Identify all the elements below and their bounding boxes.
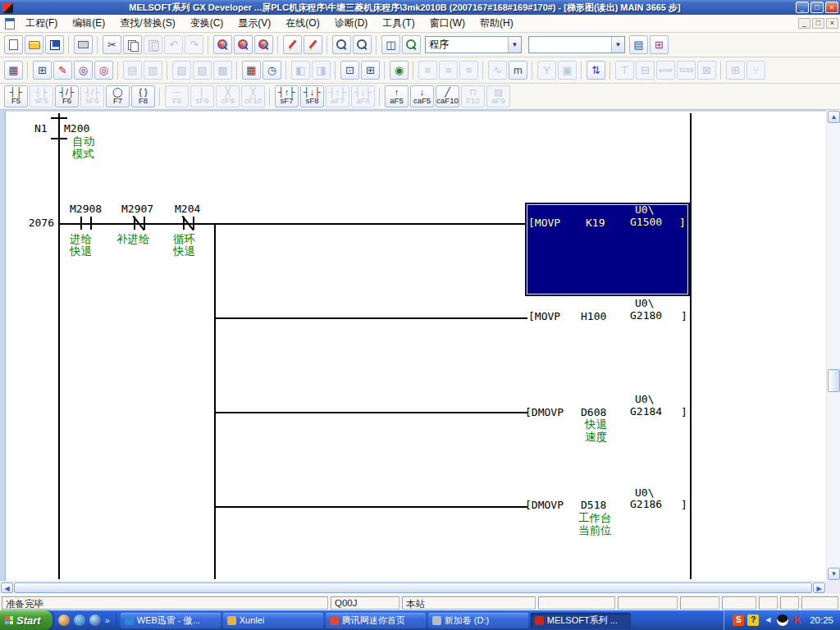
- restore-button[interactable]: □: [810, 2, 824, 13]
- inline-statement-edit-button[interactable]: ▨: [172, 61, 191, 80]
- ladder-step-1-button[interactable]: ≡: [418, 61, 437, 80]
- project-data-list-button[interactable]: ⊞: [33, 61, 52, 80]
- comment-display-button[interactable]: ▤: [123, 61, 142, 80]
- quicklaunch-icon-1[interactable]: [58, 614, 70, 626]
- mdi-restore-button[interactable]: □: [812, 18, 824, 29]
- kaspersky-tray-icon[interactable]: K: [792, 614, 803, 626]
- note-edit-button[interactable]: ▧: [193, 61, 212, 80]
- mdi-minimize-button[interactable]: _: [798, 18, 810, 29]
- parallel-open-contact-button[interactable]: ┤├sF5: [30, 85, 53, 107]
- menu-view[interactable]: 显示(V): [231, 14, 278, 33]
- project-structure-button[interactable]: ⊞: [650, 35, 669, 54]
- horizontal-line-button[interactable]: ─F9: [165, 85, 189, 107]
- chevron-down-icon[interactable]: ▼: [508, 37, 521, 52]
- monitor-m-button[interactable]: m: [509, 61, 527, 80]
- error-jump-button[interactable]: error: [656, 61, 675, 80]
- monitor-write-button[interactable]: ◧: [291, 61, 310, 80]
- quicklaunch-icon-3[interactable]: [89, 614, 101, 626]
- delete-horizontal-line-button[interactable]: ╳cF9: [216, 85, 240, 107]
- paste-button[interactable]: [144, 35, 162, 54]
- menu-project[interactable]: 工程(F): [18, 14, 65, 33]
- nest-device[interactable]: M200: [64, 122, 89, 135]
- scroll-left-arrow[interactable]: ◀: [1, 582, 13, 593]
- menu-convert[interactable]: 变换(C): [183, 14, 231, 33]
- menu-window[interactable]: 窗口(W): [422, 14, 472, 33]
- coil-button[interactable]: ◯F7: [106, 85, 130, 107]
- instr-op[interactable]: [MOVP: [528, 310, 560, 322]
- parallel-rising-pulse-button[interactable]: ┤↑├aF7: [326, 85, 349, 107]
- delete-vertical-line-button[interactable]: ╳cF10: [241, 85, 265, 107]
- refresh-monitor-button[interactable]: [402, 35, 421, 54]
- scroll-down-arrow[interactable]: ▼: [828, 568, 840, 580]
- zoom-out-button[interactable]: [332, 35, 351, 54]
- online-monitor-button[interactable]: ◉: [390, 61, 409, 80]
- zoom-in-button[interactable]: [353, 35, 372, 54]
- task-button[interactable]: WEB迅雷 - 傲...: [121, 613, 221, 628]
- find-button[interactable]: [213, 35, 232, 54]
- print-button[interactable]: [74, 35, 93, 54]
- open-contact-button[interactable]: ┤├F5: [4, 85, 28, 107]
- open-project-button[interactable]: [25, 35, 43, 54]
- label-down-button[interactable]: ⊤: [615, 61, 634, 80]
- invert-operation-button[interactable]: ╱caF10: [436, 85, 459, 107]
- application-instruction-button[interactable]: { }F8: [131, 85, 155, 107]
- pulse-up-button[interactable]: ↑aF5: [385, 85, 409, 107]
- instr-dest[interactable]: G2180: [630, 309, 662, 322]
- instr-dest[interactable]: G1500: [630, 216, 662, 228]
- sampling-trace-button[interactable]: ∿: [488, 61, 507, 80]
- closed-contact-button[interactable]: ┤/├F6: [55, 85, 79, 107]
- verify-document-button[interactable]: ▤: [629, 35, 648, 54]
- ime-help-tray-icon[interactable]: ?: [747, 614, 759, 626]
- find-device-button[interactable]: [234, 35, 253, 54]
- parallel-closed-contact-button[interactable]: ┤/├sF6: [80, 85, 104, 107]
- rising-pulse-button[interactable]: ┤↑├sF7: [275, 85, 299, 107]
- device-comment-edit-button[interactable]: [283, 35, 302, 54]
- menu-online[interactable]: 在线(O): [278, 14, 326, 33]
- instr-dest[interactable]: G2184: [630, 405, 662, 418]
- instr-source[interactable]: D608: [581, 406, 606, 418]
- open-window-jump-button[interactable]: ⊡: [340, 61, 359, 80]
- falling-pulse-button[interactable]: ┤↓├sF8: [300, 85, 324, 107]
- find-contact-coil-button[interactable]: ◎: [74, 61, 93, 80]
- contact-device[interactable]: M204: [175, 203, 200, 215]
- sfc-step-button[interactable]: S1S9: [677, 61, 696, 80]
- find-combo[interactable]: ▼: [528, 36, 625, 53]
- task-button[interactable]: 新加卷 (D:): [428, 613, 528, 628]
- pulse-down-button[interactable]: ↓caF5: [410, 85, 434, 107]
- save-project-button[interactable]: [45, 35, 64, 54]
- monitor-stop-button[interactable]: ◨: [312, 61, 331, 80]
- instr-op[interactable]: [MOVP: [528, 217, 560, 229]
- instr-dest[interactable]: G2186: [630, 498, 662, 510]
- ladder-step-3-button[interactable]: ≡: [459, 61, 478, 80]
- menu-diagnostics[interactable]: 诊断(D): [327, 14, 376, 33]
- statement-display-button[interactable]: ▥: [144, 61, 162, 80]
- minimize-button[interactable]: _: [796, 2, 809, 13]
- ladder-list-toggle-button[interactable]: ▦: [4, 61, 23, 80]
- cut-button[interactable]: ✂: [103, 35, 121, 54]
- vertical-scrollbar[interactable]: ▲ ▼: [826, 110, 840, 581]
- quicklaunch-chevron-icon[interactable]: »: [105, 615, 110, 625]
- redo-button[interactable]: ↷: [185, 35, 203, 54]
- menu-edit[interactable]: 编辑(E): [65, 14, 112, 33]
- quicklaunch-icon-2[interactable]: [74, 614, 85, 626]
- open-window-new-button[interactable]: ⊞: [361, 61, 380, 80]
- ladder-editor[interactable]: N1 M200 自动 模式 2076 M2908 进给 快退 M2907 补进给…: [0, 110, 840, 594]
- document-transfer-button[interactable]: ⇅: [587, 61, 605, 80]
- time-monitor-button[interactable]: ◷: [262, 61, 281, 80]
- hide-icons-chevron[interactable]: ◀: [762, 614, 774, 626]
- vertical-scroll-thumb[interactable]: [828, 369, 840, 392]
- close-button[interactable]: ×: [825, 2, 838, 13]
- block-flag-button[interactable]: ⊠: [697, 61, 716, 80]
- horizontal-scrollbar[interactable]: ◀ ▶: [0, 581, 826, 594]
- instr-op[interactable]: [DMOVP: [525, 499, 564, 511]
- parallel-falling-pulse-button[interactable]: ┤↓├aF8: [351, 85, 375, 107]
- sogou-tray-icon[interactable]: S: [733, 614, 744, 626]
- instr-op[interactable]: [DMOVP: [525, 406, 564, 418]
- menu-tools[interactable]: 工具(T): [375, 14, 422, 33]
- cross-reference-button[interactable]: ▣: [558, 61, 577, 80]
- menu-help[interactable]: 帮助(H): [472, 14, 521, 33]
- delete-branch-button[interactable]: ▨aF9: [486, 85, 510, 107]
- instr-source[interactable]: H100: [581, 310, 606, 322]
- contact-device[interactable]: M2907: [121, 203, 153, 215]
- copy-button[interactable]: [123, 35, 142, 54]
